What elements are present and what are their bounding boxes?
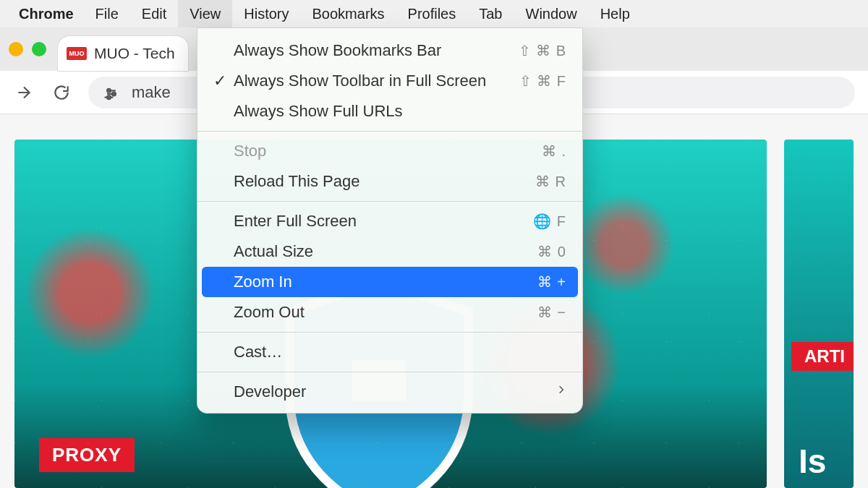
forward-button[interactable]	[13, 82, 35, 103]
app-name[interactable]: Chrome	[9, 6, 84, 22]
menu-item-label: Always Show Toolbar in Full Screen	[234, 72, 486, 90]
menu-item-cast[interactable]: Cast…	[197, 337, 582, 367]
side-card[interactable]: ARTI Is	[784, 140, 854, 488]
menu-separator	[197, 131, 582, 132]
menu-item-stop: Stop⌘ .	[197, 136, 582, 166]
minimize-window-button[interactable]	[9, 42, 23, 56]
reload-button[interactable]	[51, 82, 72, 103]
macos-menubar: Chrome FileEditViewHistoryBookmarksProfi…	[0, 0, 868, 27]
category-badge-proxy[interactable]: PROXY	[39, 438, 135, 472]
menu-item-label: Zoom Out	[234, 303, 305, 322]
arrow-right-icon	[14, 83, 33, 102]
menu-item-label: Developer	[234, 382, 306, 401]
side-headline: Is	[799, 442, 826, 481]
menu-separator	[197, 372, 582, 372]
menubar-item-edit[interactable]: Edit	[130, 0, 178, 27]
menu-item-label: Stop	[234, 142, 266, 160]
browser-tab[interactable]: MUO MUO - Tech	[58, 36, 188, 71]
window-traffic-lights	[9, 42, 46, 56]
menu-shortcut: ⌘ 0	[537, 243, 566, 260]
menu-item-developer[interactable]: Developer	[197, 377, 582, 407]
menubar-item-tab[interactable]: Tab	[467, 0, 514, 27]
menubar-item-bookmarks[interactable]: Bookmarks	[301, 0, 396, 27]
site-settings-icon[interactable]	[101, 84, 122, 101]
menu-item-toolbar-fullscreen[interactable]: ✓Always Show Toolbar in Full Screen⇧ ⌘ F	[197, 66, 582, 96]
menu-item-zoom-in[interactable]: Zoom In⌘ +	[202, 267, 578, 297]
menubar-item-profiles[interactable]: Profiles	[396, 0, 468, 27]
menu-item-zoom-out[interactable]: Zoom Out⌘ −	[197, 297, 582, 328]
zoom-window-button[interactable]	[32, 42, 46, 56]
menu-item-bookmarks-bar[interactable]: Always Show Bookmarks Bar⇧ ⌘ B	[197, 35, 582, 66]
menu-item-label: Actual Size	[234, 242, 313, 261]
category-badge-arti[interactable]: ARTI	[791, 342, 854, 371]
menubar-item-help[interactable]: Help	[589, 0, 642, 27]
menubar-item-window[interactable]: Window	[514, 0, 589, 27]
menu-separator	[197, 332, 582, 333]
menu-item-reload[interactable]: Reload This Page⌘ R	[197, 166, 582, 197]
menubar-item-file[interactable]: File	[84, 0, 130, 27]
checkmark-icon: ✓	[213, 72, 226, 90]
tab-favicon: MUO	[67, 47, 87, 60]
chevron-right-icon	[556, 382, 566, 401]
menu-item-label: Cast…	[234, 343, 282, 361]
menu-shortcut: ⌘ .	[542, 142, 566, 160]
menu-item-label: Enter Full Screen	[234, 212, 357, 231]
tab-title: MUO - Tech	[94, 45, 175, 62]
menu-item-label: Reload This Page	[234, 172, 360, 191]
reload-icon	[52, 83, 71, 102]
menu-shortcut: ⇧ ⌘ F	[519, 72, 566, 90]
url-text: make	[132, 83, 171, 102]
menubar-item-history[interactable]: History	[232, 0, 300, 27]
menu-separator	[197, 201, 582, 202]
menu-shortcut: ⌘ R	[535, 173, 566, 190]
menu-shortcut: 🌐 F	[533, 213, 566, 230]
menu-item-label: Always Show Full URLs	[234, 102, 403, 121]
menu-item-enter-fullscreen[interactable]: Enter Full Screen🌐 F	[197, 206, 582, 236]
menubar-item-view[interactable]: View	[178, 0, 232, 27]
menu-item-full-urls[interactable]: Always Show Full URLs	[197, 96, 582, 127]
view-menu-dropdown: Always Show Bookmarks Bar⇧ ⌘ B✓Always Sh…	[197, 27, 583, 414]
menu-item-label: Always Show Bookmarks Bar	[234, 41, 441, 60]
menu-item-label: Zoom In	[234, 273, 292, 291]
menu-shortcut: ⌘ +	[537, 273, 566, 291]
menu-shortcut: ⌘ −	[537, 304, 566, 321]
menu-shortcut: ⇧ ⌘ B	[519, 42, 566, 59]
menu-item-actual-size[interactable]: Actual Size⌘ 0	[197, 236, 582, 267]
